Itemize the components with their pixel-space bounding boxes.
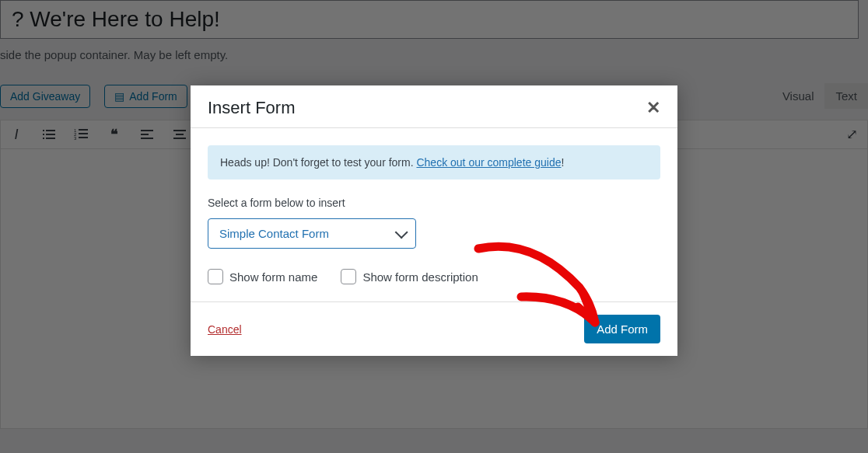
show-desc-checkbox[interactable] <box>341 269 356 284</box>
checkbox-row: Show form name Show form description <box>208 269 660 284</box>
close-icon[interactable]: ✕ <box>646 98 660 118</box>
insert-form-modal: Insert Form ✕ Heads up! Don't forget to … <box>191 85 677 356</box>
notice-suffix: ! <box>561 156 564 169</box>
notice-prefix: Heads up! Don't forget to test your form… <box>220 156 416 169</box>
form-select[interactable]: Simple Contact Form <box>208 218 416 249</box>
chevron-down-icon <box>395 225 408 239</box>
show-desc-item[interactable]: Show form description <box>341 269 478 284</box>
show-name-checkbox[interactable] <box>208 269 223 284</box>
modal-header: Insert Form ✕ <box>191 85 677 128</box>
select-label: Select a form below to insert <box>208 197 660 209</box>
modal-overlay: Insert Form ✕ Heads up! Don't forget to … <box>0 0 868 453</box>
modal-body: Heads up! Don't forget to test your form… <box>191 128 677 301</box>
notice-link[interactable]: Check out our complete guide <box>416 156 561 169</box>
modal-title: Insert Form <box>208 98 295 118</box>
form-select-value: Simple Contact Form <box>219 227 329 240</box>
notice-banner: Heads up! Don't forget to test your form… <box>208 145 660 179</box>
add-form-submit-button[interactable]: Add Form <box>584 315 660 343</box>
modal-footer: Cancel Add Form <box>191 301 677 356</box>
show-name-label: Show form name <box>229 270 317 284</box>
show-desc-label: Show form description <box>362 270 478 284</box>
cancel-button[interactable]: Cancel <box>208 323 242 336</box>
show-name-item[interactable]: Show form name <box>208 269 317 284</box>
